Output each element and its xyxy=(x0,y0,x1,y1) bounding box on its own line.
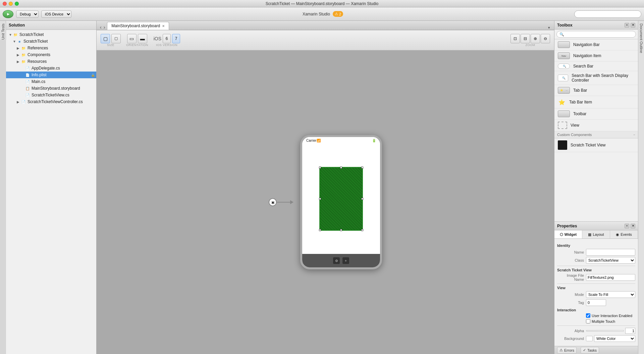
handle-top-left[interactable] xyxy=(319,167,321,169)
zoom-in-btn[interactable]: ⊕ xyxy=(531,34,540,43)
alpha-input[interactable] xyxy=(625,328,635,334)
toolbox-item-search-display[interactable]: 🔍 Search Bar with Search Display Control… xyxy=(554,71,638,85)
tree-label: References xyxy=(28,46,48,50)
toolbox-item-toolbar[interactable]: Toolbar xyxy=(554,108,638,120)
name-input[interactable] xyxy=(586,249,635,256)
tab-layout[interactable]: ▦ Layout xyxy=(582,230,610,238)
tab-close-button[interactable]: ✕ xyxy=(162,24,165,28)
panel-expand-btn[interactable]: + xyxy=(625,23,629,28)
handle-top-center[interactable] xyxy=(340,167,342,169)
window-controls[interactable] xyxy=(3,2,19,6)
zoom-fit-btn[interactable]: ⊡ xyxy=(511,34,520,43)
device-config-select[interactable]: iOS Device xyxy=(41,10,71,18)
zoom-out-btn[interactable]: ⊖ xyxy=(541,34,550,43)
tag-row: Tag xyxy=(557,299,635,306)
tree-item-references[interactable]: ▶ 📁 References xyxy=(6,45,96,51)
handle-bottom-right[interactable] xyxy=(361,229,363,231)
tab-dropdown-button[interactable]: ▾ xyxy=(545,26,553,30)
tree-item-scratchticketviewcontroller[interactable]: ▶ 📄 ScratchTicketViewController.cs xyxy=(6,98,96,105)
handle-middle-left[interactable] xyxy=(319,198,321,200)
close-button[interactable] xyxy=(3,2,7,6)
tab-next-button[interactable]: › xyxy=(103,25,106,30)
zoom-actual-btn[interactable]: ⊟ xyxy=(521,34,530,43)
size-btn-2[interactable]: ▢ xyxy=(111,34,121,43)
unit-tests-tab[interactable]: Unit Tests xyxy=(1,24,5,40)
tab-bar-icon: ⭐··· xyxy=(558,87,570,94)
toolbox-item-view[interactable]: View xyxy=(554,120,638,131)
arrow-icon: ▼ xyxy=(13,40,17,43)
tab-bar: ‹ › MainStoryboard.storyboard ✕ ▾ xyxy=(97,21,554,30)
document-outline-tab[interactable]: Document Outline xyxy=(639,24,643,53)
multiple-touch-row: Multiple Touch xyxy=(557,319,635,323)
tab-events[interactable]: ◉ Events xyxy=(610,230,638,238)
handle-middle-right[interactable] xyxy=(361,198,363,200)
toolbox-item-scratch-ticket[interactable]: Scratch Ticket View xyxy=(554,138,638,152)
tree-item-storyboard[interactable]: 📋 MainStoryboard.storyboard xyxy=(6,85,96,92)
handle-bottom-center[interactable] xyxy=(340,229,342,231)
toolbox-item-label: Tab Bar xyxy=(573,88,587,93)
iphone-content[interactable] xyxy=(302,144,380,254)
toolbox-item-nav-item[interactable]: Nav Navigation Item xyxy=(554,50,638,61)
main-layout: Unit Tests Solution ▼ 📁 ScratchTicket ▼ … xyxy=(0,21,644,354)
tag-input[interactable] xyxy=(586,299,606,306)
titlebar: ScratchTicket — MainStoryboard.storyboar… xyxy=(0,0,644,7)
toolbox-item-nav-bar[interactable]: Navigation Bar xyxy=(554,39,638,50)
orientation-btn-portrait[interactable]: ▭ xyxy=(127,34,137,43)
arrow-icon: ▶ xyxy=(17,46,21,50)
scratch-view-wrapper[interactable] xyxy=(319,167,363,231)
debug-config-select[interactable]: Debug xyxy=(16,10,39,18)
tree-item-appdelegate[interactable]: 📄 AppDelegate.cs xyxy=(6,65,96,72)
tree-item-resources[interactable]: ▶ 📁 Resources xyxy=(6,58,96,65)
handle-bottom-left[interactable] xyxy=(319,229,321,231)
minimize-button[interactable] xyxy=(9,2,13,6)
prop-close-btn[interactable]: ✕ xyxy=(631,224,635,228)
tree-item-project[interactable]: ▼ ■ ScratchTicket xyxy=(6,38,96,45)
alpha-slider[interactable] xyxy=(586,330,624,331)
multiple-touch-checkbox[interactable] xyxy=(586,319,590,323)
tab-mainstoryboard[interactable]: MainStoryboard.storyboard ✕ xyxy=(107,22,169,30)
folder-icon: 📁 xyxy=(21,59,26,64)
background-color-swatch[interactable] xyxy=(586,336,593,341)
tasks-button[interactable]: ✓ Tasks xyxy=(581,347,599,354)
tab-prev-button[interactable]: ‹ xyxy=(99,25,102,30)
widget-icon: ⬡ xyxy=(560,232,563,237)
errors-button[interactable]: ⚠ Errors xyxy=(557,347,577,354)
panel-close-btn[interactable]: ✕ xyxy=(631,23,635,28)
collapse-button[interactable]: − xyxy=(633,133,635,137)
user-interaction-checkbox[interactable] xyxy=(586,313,590,318)
size-btn-1[interactable]: ▢ xyxy=(101,34,110,43)
arrow-line xyxy=(277,202,290,203)
tab-widget[interactable]: ⬡ Widget xyxy=(554,230,582,238)
toolbox-item-label: Search Bar with Search Display Controlle… xyxy=(572,73,635,83)
maximize-button[interactable] xyxy=(15,2,19,6)
tree-item-components[interactable]: ▶ 📁 Components xyxy=(6,51,96,58)
toolbox-search-input[interactable] xyxy=(556,31,636,38)
file-icon: 📋 xyxy=(25,86,30,91)
prop-expand-btn[interactable]: + xyxy=(625,224,629,228)
tree-item-root[interactable]: ▼ 📁 ScratchTicket xyxy=(6,31,96,38)
mode-select[interactable]: Scale To Fill xyxy=(586,291,635,298)
tree-item-scratchticketview[interactable]: 📄 ScratchTicketView.cs xyxy=(6,92,96,98)
toolbox-item-search-bar[interactable]: 🔍 Search Bar xyxy=(554,61,638,71)
search-input[interactable] xyxy=(574,10,641,18)
ios-version-btn[interactable]: 6 xyxy=(163,34,171,43)
image-file-input[interactable] xyxy=(586,274,635,281)
toolbox-item-tab-bar-item[interactable]: ⭐ Tab Bar Item xyxy=(554,96,638,108)
class-select[interactable]: ScratchTicketView xyxy=(586,257,635,264)
canvas-area[interactable]: ▣ Carrier 📶 🔋 xyxy=(97,50,554,354)
prop-tabs: ⬡ Widget ▦ Layout ◉ Events xyxy=(554,230,638,239)
size-label: SIZE xyxy=(107,43,114,47)
toolbox-item-tab-bar[interactable]: ⭐··· Tab Bar xyxy=(554,85,638,96)
ios-version-btn2[interactable]: 7 xyxy=(172,34,180,43)
scratch-ticket-view[interactable] xyxy=(319,167,363,231)
run-button[interactable] xyxy=(3,10,13,18)
tree-item-infoplist[interactable]: 📄 Info.plist 🔒 xyxy=(6,72,96,78)
handle-top-right[interactable] xyxy=(361,167,363,169)
nav-bar-icon xyxy=(558,41,570,48)
tasks-icon: ✓ xyxy=(583,348,586,352)
iphone-status-bar: Carrier 📶 🔋 xyxy=(302,137,380,144)
orientation-btn-landscape[interactable]: ▬ xyxy=(138,34,147,43)
name-value xyxy=(586,249,635,256)
background-select[interactable]: White Color xyxy=(594,335,635,342)
tree-item-main[interactable]: 📄 Main.cs xyxy=(6,78,96,85)
